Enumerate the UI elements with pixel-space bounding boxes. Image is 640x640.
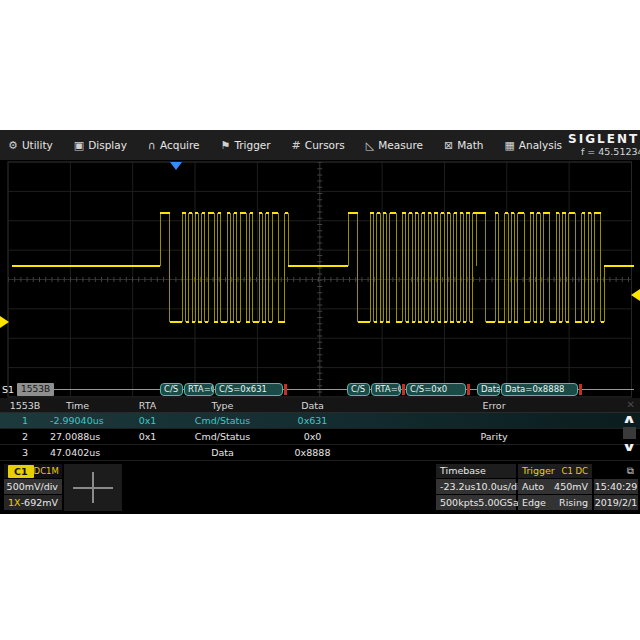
menu-item-trigger[interactable]: ⚑Trigger xyxy=(221,139,271,152)
channel-descriptor[interactable]: C1 DC1M 500mV/div 1X -692mV xyxy=(4,464,62,511)
table-cell: 1 xyxy=(0,415,50,426)
table-cell: 27.0088us xyxy=(50,431,105,442)
decode-table-header: 1553BTimeRTATypeDataError xyxy=(0,398,640,413)
decode-error-mark xyxy=(402,384,405,395)
trigger-descriptor[interactable]: Trigger C1 DC Auto 450mV Edge Rising xyxy=(518,464,592,511)
trigger-mode: Auto xyxy=(522,479,544,494)
decode-source-label: S1 xyxy=(2,384,14,395)
decode-frame: DataData=0x8888 xyxy=(477,383,582,396)
status-bar: C1 DC1M 500mV/div 1X -692mV Timebase -23… xyxy=(0,462,640,514)
trigger-level-marker xyxy=(631,289,640,301)
brand-logo: SIGLENT xyxy=(568,133,639,145)
math-icon: ⊠ xyxy=(444,139,453,152)
menu-item-cursors[interactable]: #Cursors xyxy=(292,139,345,152)
scroll-down-icon[interactable]: ∨ xyxy=(614,441,640,453)
table-row[interactable]: 347.0402usData0x8888 xyxy=(0,445,640,461)
table-cell: -2.99040us xyxy=(50,415,105,426)
decode-frame: C/SRTA=0xC/S=0x631 xyxy=(160,383,287,396)
clock-date: 2019/2/1 xyxy=(595,495,638,510)
trigger-icon: ⚑ xyxy=(221,139,231,152)
decode-error-mark xyxy=(579,384,582,395)
table-cell: Parity xyxy=(370,431,618,442)
table-cell: 3 xyxy=(0,447,50,458)
decode-field: C/S xyxy=(347,383,370,396)
table-header-cell: Data xyxy=(255,400,370,411)
table-header-cell: RTA xyxy=(105,400,190,411)
trigger-source: C1 DC xyxy=(561,464,588,478)
menu-item-analysis[interactable]: ▦Analysis xyxy=(504,139,562,152)
cursors-icon: # xyxy=(292,139,301,152)
measure-icon: ◺ xyxy=(366,139,374,152)
menu-label: Trigger xyxy=(234,139,270,151)
menu-item-acquire[interactable]: ∩Acquire xyxy=(148,139,200,152)
add-channel-button[interactable] xyxy=(64,464,122,511)
analysis-icon: ▦ xyxy=(504,139,514,152)
table-row[interactable]: 227.0088us0x1Cmd/Status0x0Parity xyxy=(0,429,640,445)
table-cell: 0x0 xyxy=(255,431,370,442)
table-cell: 0x1 xyxy=(105,415,190,426)
decode-field: RTA=0x xyxy=(184,383,214,396)
menu-label: Display xyxy=(88,139,127,151)
menu-bar: ⚙Utility▣Display∩Acquire⚑Trigger#Cursors… xyxy=(0,130,640,160)
timebase-delay: -23.2us xyxy=(440,479,476,494)
table-cell: 0x8888 xyxy=(255,447,370,458)
waveform-display[interactable] xyxy=(0,160,640,398)
menu-item-display[interactable]: ▣Display xyxy=(74,139,127,152)
decode-table: 1553BTimeRTATypeDataError 1-2.99040us0x1… xyxy=(0,398,640,462)
decode-field: Data xyxy=(477,383,500,396)
close-icon[interactable]: ✕ xyxy=(627,399,635,410)
table-cell: Cmd/Status xyxy=(190,415,255,426)
table-header-cell: Type xyxy=(190,400,255,411)
menu-label: Acquire xyxy=(160,139,200,151)
table-header-cell: Time xyxy=(50,400,105,411)
decode-field: Data=0x8888 xyxy=(501,383,578,396)
scroll-up-icon[interactable]: ∧ xyxy=(614,413,640,425)
brand-block: SIGLENT Trig'd f = 45.51234kHz xyxy=(562,133,640,158)
menu-item-math[interactable]: ⊠Math xyxy=(444,139,483,152)
table-row[interactable]: 1-2.99040us0x1Cmd/Status0x631 xyxy=(0,413,640,429)
table-header-cell: 1553B xyxy=(0,400,50,411)
trigger-frequency: f = 45.51234kHz xyxy=(581,146,640,158)
decode-protocol-badge[interactable]: 1553B xyxy=(17,383,54,396)
clock-time: 15:40:29 xyxy=(595,479,638,494)
network-icon[interactable]: ⧉ xyxy=(627,464,634,478)
trigger-title: Trigger xyxy=(522,464,555,478)
table-cell: 47.0402us xyxy=(50,447,105,458)
trigger-type: Edge xyxy=(522,495,546,510)
decode-frame: C/SRTA=0xC/S=0x0 xyxy=(347,383,470,396)
oscilloscope-screen: ⚙Utility▣Display∩Acquire⚑Trigger#Cursors… xyxy=(0,130,640,514)
decode-error-mark xyxy=(284,384,287,395)
channel-coupling: DC1M xyxy=(34,464,59,478)
menu-label: Analysis xyxy=(519,139,562,151)
table-cell: Data xyxy=(190,447,255,458)
decode-bus-row: S1 1553B C/SRTA=0xC/S=0x631C/SRTA=0xC/S=… xyxy=(0,383,640,397)
table-scrollbar: ∧ ∨ xyxy=(619,413,639,461)
utility-icon: ⚙ xyxy=(8,139,18,152)
clock-panel: ⧉ 15:40:29 2019/2/1 xyxy=(594,464,638,511)
timebase-descriptor[interactable]: Timebase -23.2us 10.0us/div 500kpts 5.00… xyxy=(436,464,516,511)
menu-label: Measure xyxy=(378,139,423,151)
decode-field: C/S=0x0 xyxy=(406,383,466,396)
channel-probe: 1X xyxy=(8,495,21,510)
menu-items: ⚙Utility▣Display∩Acquire⚑Trigger#Cursors… xyxy=(0,139,562,152)
channel-offset: -692mV xyxy=(21,495,58,510)
menu-item-utility[interactable]: ⚙Utility xyxy=(8,139,53,152)
table-cell: 0x631 xyxy=(255,415,370,426)
acquire-icon: ∩ xyxy=(148,139,156,152)
decode-field: RTA=0x xyxy=(371,383,401,396)
menu-label: Cursors xyxy=(305,139,345,151)
trigger-position-marker xyxy=(170,162,182,170)
scroll-thumb[interactable] xyxy=(623,427,636,439)
trigger-level: 450mV xyxy=(554,479,588,494)
decode-field: C/S xyxy=(160,383,183,396)
channel-badge: C1 xyxy=(8,465,34,478)
decode-field: C/S=0x631 xyxy=(215,383,283,396)
table-cell: 2 xyxy=(0,431,50,442)
decode-error-mark xyxy=(467,384,470,395)
timebase-title: Timebase xyxy=(440,464,486,478)
table-cell: 0x1 xyxy=(105,431,190,442)
menu-item-measure[interactable]: ◺Measure xyxy=(366,139,423,152)
channel-scale: 500mV/div xyxy=(7,479,58,494)
timebase-points: 500kpts xyxy=(440,495,478,510)
menu-label: Utility xyxy=(22,139,53,151)
